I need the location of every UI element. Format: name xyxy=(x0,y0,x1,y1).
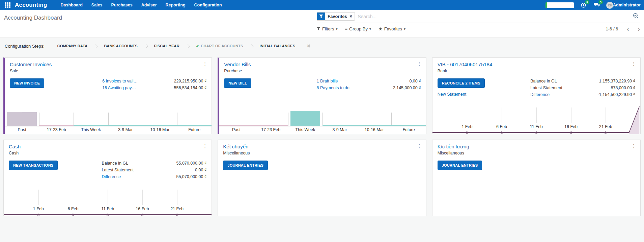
x-axis-label: 17-23 Feb xyxy=(39,126,74,134)
x-axis: Past17-23 FebThis Week3-9 Mar10-16 MarFu… xyxy=(219,126,426,134)
app-title[interactable]: Accounting xyxy=(15,2,47,8)
pager-next-icon[interactable]: › xyxy=(638,27,640,31)
x-axis-label: Future xyxy=(177,126,212,134)
journal-graph[interactable]: 1 Feb6 Feb11 Feb16 Feb21 Feb xyxy=(4,188,212,216)
card-subtitle: Sale xyxy=(10,69,206,73)
card-subtitle: Miscellaneous xyxy=(223,151,421,155)
gridline xyxy=(177,190,177,205)
new-transactions-button[interactable]: NEW TRANSACTIONS xyxy=(9,161,58,170)
amount: 0.00 ₫ xyxy=(409,78,421,84)
x-axis-label: 1 Feb xyxy=(461,124,472,129)
activity-clock-icon[interactable]: 9 xyxy=(579,1,587,9)
card-subtitle: Bank xyxy=(438,69,635,73)
card-menu-icon[interactable]: ⋮ xyxy=(417,143,422,149)
amount: 556,534,154.00 ₫ xyxy=(174,85,207,91)
axis-tick xyxy=(177,113,177,126)
step-chart-of-accounts[interactable]: ✔ CHART OF ACCOUNTS xyxy=(191,44,248,48)
chart-strip xyxy=(39,125,74,126)
top-navbar: Accounting Dashboard Sales Purchases Adv… xyxy=(0,0,644,10)
gridline xyxy=(536,107,537,123)
user-avatar[interactable] xyxy=(606,2,613,9)
chart-strip xyxy=(108,125,143,126)
draft-bills-link[interactable]: 1 Draft bills xyxy=(317,78,338,84)
search-input[interactable] xyxy=(355,14,633,19)
reconcile-items-button[interactable]: RECONCILE 2 ITEMS xyxy=(438,78,485,88)
invoices-to-validate-link[interactable]: 6 Invoices to vali… xyxy=(102,78,138,84)
step-initial-balances[interactable]: INITIAL BALANCES xyxy=(255,44,300,48)
journal-graph[interactable]: 1 Feb6 Feb11 Feb16 Feb21 Feb xyxy=(432,105,640,134)
gridline xyxy=(606,107,606,123)
messages-icon[interactable]: 3 xyxy=(593,1,601,9)
new-bill-button[interactable]: NEW BILL xyxy=(224,78,251,88)
axis-tick xyxy=(288,113,288,126)
card-menu-icon[interactable]: ⋮ xyxy=(631,61,636,67)
search-collapse-icon[interactable] xyxy=(633,13,639,21)
amount: -55,070,000.00 ₫ xyxy=(175,174,206,180)
x-axis-label: 10-16 Mar xyxy=(143,126,177,134)
x-axis-label: Past xyxy=(219,126,253,134)
user-menu[interactable]: Administrator xyxy=(613,3,641,7)
card-title[interactable]: Customer Invoices xyxy=(10,62,52,67)
chart-bar xyxy=(7,112,22,126)
x-axis-label: 10-16 Mar xyxy=(357,126,391,134)
chart-bar xyxy=(290,111,305,126)
journal-graph[interactable]: Past17-23 FebThis Week3-9 Mar10-16 MarFu… xyxy=(5,100,212,134)
new-statement-link[interactable]: New Statement xyxy=(438,92,466,97)
menu-purchases[interactable]: Purchases xyxy=(111,3,132,7)
menu-reporting[interactable]: Reporting xyxy=(166,3,186,7)
star-icon: ★ xyxy=(379,26,383,31)
balance-in-gl-label: Balance in GL xyxy=(530,78,557,84)
x-axis-label: 3-9 Mar xyxy=(108,126,143,134)
card-menu-icon[interactable]: ⋮ xyxy=(202,61,207,67)
caret-down-icon: ▾ xyxy=(404,27,405,31)
card-title[interactable]: K/c tiền lương xyxy=(438,144,469,149)
menu-configuration[interactable]: Configuration xyxy=(194,3,222,7)
x-axis-label: 21 Feb xyxy=(170,207,184,211)
card-subtitle: Cash xyxy=(9,151,206,155)
gridline xyxy=(108,190,108,205)
axis-tick xyxy=(391,113,392,126)
x-axis-label: This Week xyxy=(74,126,108,134)
card-menu-icon[interactable]: ⋮ xyxy=(417,61,422,67)
journal-entries-button[interactable]: JOURNAL ENTRIES xyxy=(223,161,268,170)
amount: 0.00 ₫ xyxy=(195,167,206,173)
amount: 229,215,950.00 ₫ xyxy=(174,78,207,84)
search-options-row: Filters ▾ ≡ Group By ▾ ★ Favorites ▾ 1-6… xyxy=(317,23,640,31)
menu-sales[interactable]: Sales xyxy=(91,3,103,7)
payments-to-do-link[interactable]: 8 Payments to do xyxy=(317,85,349,91)
journal-entries-button[interactable]: JOURNAL ENTRIES xyxy=(438,161,482,170)
card-title[interactable]: Vendor Bills xyxy=(224,62,251,67)
filters-button[interactable]: Filters ▾ xyxy=(317,26,337,31)
facet-remove-icon[interactable]: ✖ xyxy=(349,13,355,20)
latest-statement-label: Latest Statement xyxy=(530,85,562,91)
gridline xyxy=(467,107,467,123)
x-axis-label: This Week xyxy=(288,126,323,134)
card-customer-invoices: ⋮ Customer Invoices Sale NEW INVOICE 6 I… xyxy=(3,57,212,134)
facet-label: Favorites xyxy=(325,13,349,20)
x-axis-label: 21 Feb xyxy=(599,124,612,129)
group-by-button[interactable]: ≡ Group By ▾ xyxy=(345,26,371,31)
step-separator-icon xyxy=(249,44,254,48)
navbar-quick-input[interactable] xyxy=(545,2,574,8)
menu-dashboard[interactable]: Dashboard xyxy=(61,3,83,7)
pager-prev-icon[interactable]: ‹ xyxy=(627,27,629,31)
menu-adviser[interactable]: Adviser xyxy=(141,3,157,7)
card-menu-icon[interactable]: ⋮ xyxy=(202,143,207,149)
step-fiscal-year[interactable]: FISCAL YEAR xyxy=(149,44,184,48)
difference-link[interactable]: Difference xyxy=(102,174,121,180)
card-menu-icon[interactable]: ⋮ xyxy=(631,143,636,149)
card-title[interactable]: VIB - 601704060175184 xyxy=(438,62,493,67)
journal-graph[interactable]: Past17-23 FebThis Week3-9 Mar10-16 MarFu… xyxy=(219,100,426,134)
awaiting-payments-link[interactable]: 16 Awaiting pay… xyxy=(102,85,136,91)
apps-grid-icon[interactable] xyxy=(3,1,12,9)
favorites-button[interactable]: ★ Favorites ▾ xyxy=(379,26,405,31)
card-title[interactable]: Cash xyxy=(9,144,21,149)
check-icon: ✔ xyxy=(196,44,199,48)
card-title[interactable]: Kết chuyển xyxy=(223,144,248,149)
trend-line xyxy=(4,214,212,215)
difference-link[interactable]: Difference xyxy=(530,92,550,98)
step-company-data[interactable]: COMPANY DATA xyxy=(53,44,92,48)
new-invoice-button[interactable]: NEW INVOICE xyxy=(10,78,44,88)
step-bank-accounts[interactable]: BANK ACCOUNTS xyxy=(99,44,142,48)
banner-close-icon[interactable]: ✖ xyxy=(307,43,311,49)
